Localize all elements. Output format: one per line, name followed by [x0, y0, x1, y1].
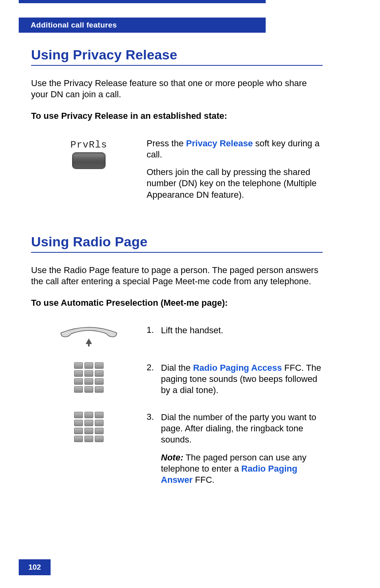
page-number: 102: [19, 559, 51, 575]
section-title-privacy-release: Using Privacy Release: [31, 47, 323, 63]
privacy-release-instruction2: Others join the call by pressing the sha…: [147, 167, 323, 200]
step-1: 1. Lift the handset.: [31, 325, 323, 346]
keypad-icon-2: [31, 412, 147, 442]
step-2-number: 2.: [147, 362, 161, 373]
step-2-prefix: Dial the: [161, 363, 193, 373]
step-1-text: Lift the handset.: [161, 325, 323, 336]
privacy-release-intro: Use the Privacy Release feature so that …: [31, 78, 323, 100]
privacy-release-subhead: To use Privacy Release in an established…: [31, 110, 323, 122]
section-title-radio-page: Using Radio Page: [31, 234, 323, 250]
privacy-release-instruction-row: PrvRls Press the Privacy Release soft ke…: [31, 138, 323, 201]
chapter-title: Additional call features: [31, 21, 117, 29]
instr-prefix: Press the: [147, 138, 186, 148]
term-privacy-release: Privacy Release: [186, 138, 253, 148]
term-radio-paging-access: Radio Paging Access: [193, 363, 282, 373]
step-3: 3. Dial the number of the party you want…: [31, 412, 323, 486]
chapter-header: Additional call features: [19, 18, 266, 33]
step-3-text: Dial the number of the party you want to…: [161, 412, 323, 486]
radio-page-subhead: To use Automatic Preselection (Meet-me p…: [31, 297, 323, 309]
step-2: 2. Dial the Radio Paging Access FFC. The…: [31, 362, 323, 396]
step-3-note: Note: The paged person can use any telep…: [161, 452, 323, 486]
softkey-label-text: PrvRls: [71, 140, 107, 150]
softkey-button-icon: [72, 153, 105, 169]
note-label: Note:: [161, 452, 183, 462]
section-rule: [31, 65, 323, 66]
step-3-number: 3.: [147, 412, 161, 422]
keypad-icon-1: [31, 362, 147, 393]
top-accent-strip: [19, 0, 266, 3]
note-suffix: FFC.: [192, 475, 214, 485]
softkey-illustration: PrvRls: [31, 138, 147, 169]
section-rule-2: [31, 252, 323, 253]
radio-page-intro: Use the Radio Page feature to page a per…: [31, 265, 323, 287]
step-3-main: Dial the number of the party you want to…: [161, 412, 323, 445]
handset-lift-icon: [31, 325, 147, 346]
step-1-number: 1.: [147, 325, 161, 335]
step-2-text: Dial the Radio Paging Access FFC. The pa…: [161, 362, 323, 396]
page-number-text: 102: [28, 563, 41, 572]
privacy-release-instruction-text: Press the Privacy Release soft key durin…: [147, 138, 323, 201]
